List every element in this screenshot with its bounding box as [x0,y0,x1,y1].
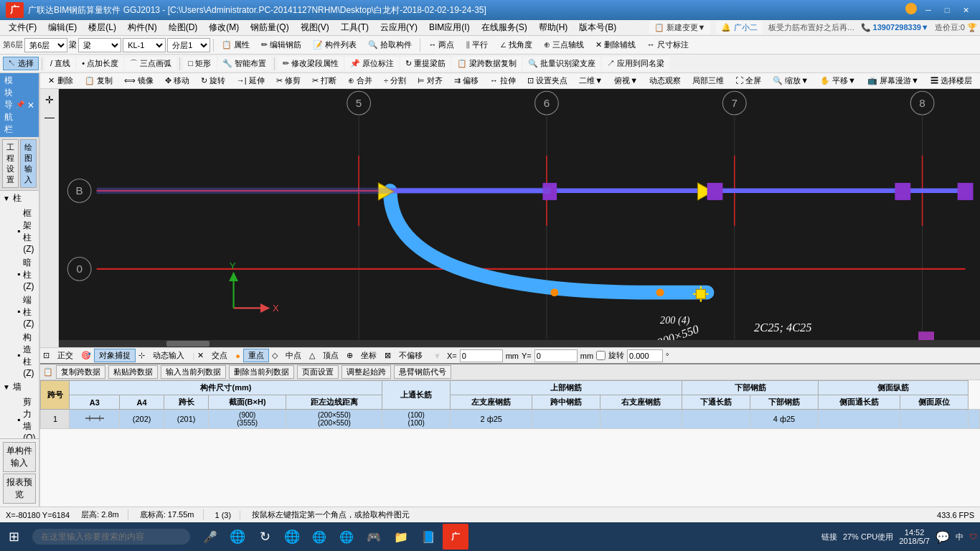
copy-span-data-btn[interactable]: 复制跨数据 [56,365,105,379]
arc-btn[interactable]: ⌒ 三点画弧 [125,57,176,70]
property-btn[interactable]: 📋 属性 [217,38,255,52]
taskbar-antivirus[interactable]: 🛡 [969,532,977,541]
delete-btn[interactable]: ✕ 删除 [43,74,77,88]
page-setup-btn[interactable]: 页面设置 [297,365,339,379]
code-select[interactable]: KL-1 [123,38,166,52]
parallel-btn[interactable]: ∥ 平行 [461,38,493,52]
pick-component-btn[interactable]: 🔍 拾取构件 [363,38,417,52]
close-button[interactable]: ✕ [957,3,974,17]
taskbar-search-input[interactable] [32,529,190,545]
restore-button[interactable]: □ [938,3,956,17]
type-select[interactable]: 梁 [78,38,121,52]
taskbar-voice-icon[interactable]: 🎤 [197,524,223,550]
menu-bim[interactable]: BIM应用(I) [423,20,476,35]
taskbar-folder-icon[interactable]: 📁 [388,524,414,550]
select-layer-btn[interactable]: ☰ 选择楼层 [925,74,977,88]
input-col-data-btn[interactable]: 输入当前列数据 [161,365,226,379]
menu-help[interactable]: 帮助(H) [533,20,574,35]
nav-item-constr-column[interactable]: ▪构造柱(Z) [0,330,39,380]
select-btn[interactable]: ↖ 选择 [3,57,39,70]
single-component-btn[interactable]: 单构件输入 [3,442,36,472]
taskbar-chrome-icon[interactable]: 🌐 [306,524,332,550]
zoom-btn[interactable]: 🔍 缩放▼ [768,74,814,88]
taskbar-notification-btn[interactable]: 💬 [936,530,950,544]
offset-btn[interactable]: ⇉ 偏移 [449,74,484,88]
nav-group-column[interactable]: ▼ 柱 [0,191,39,206]
local-3d-btn[interactable]: 局部三维 [687,74,729,88]
component-list-btn[interactable]: 📝 构件列表 [308,38,362,52]
x-input[interactable] [460,349,503,362]
fullscreen-btn[interactable]: ⛶ 全屏 [730,74,766,88]
snap-vertex[interactable]: 顶点 [318,349,344,362]
menu-draw[interactable]: 绘图(D) [163,20,204,35]
table-row[interactable]: 1 (202) (201) (90 [41,410,980,429]
snap-dynamic[interactable]: 动态输入 [148,349,189,362]
menu-online[interactable]: 在线服务(S) [476,20,533,35]
snap-endpoint[interactable]: 重点 [243,349,269,362]
nav-item-dark-column[interactable]: ▪暗柱(Z) [0,255,39,293]
adjust-start-span-btn[interactable]: 调整起始跨 [341,365,391,379]
draw-input-btn[interactable]: 绘图输入 [20,139,37,188]
dimension-btn[interactable]: ↔ 尺寸标注 [642,38,694,52]
menu-view[interactable]: 视图(V) [295,20,335,35]
edit-rebar-btn[interactable]: ✏ 编辑钢筋 [256,38,306,52]
taskbar-input-method[interactable]: 中 [956,532,963,542]
snap-object[interactable]: 对象捕捉 [94,349,136,362]
batch-id-btn[interactable]: 🔍 批量识别梁支座 [523,57,600,70]
line-btn[interactable]: / 直线 [45,57,75,70]
menu-file[interactable]: 文件(F) [3,20,42,35]
report-preview-btn[interactable]: 报表预览 [3,474,36,504]
menu-version[interactable]: 版本号(B) [573,20,622,35]
copy-btn[interactable]: 📋 复制 [80,74,118,88]
find-angle-btn[interactable]: ∠ 找角度 [495,38,537,52]
taskbar-browser2-icon[interactable]: 🌐 [279,524,305,550]
snap-coord[interactable]: 坐标 [356,349,382,362]
menu-tools[interactable]: 工具(T) [335,20,374,35]
taskbar-refresh-icon[interactable]: ↻ [252,524,278,550]
pan-btn[interactable]: ✋ 平移▼ [815,74,861,88]
snap-no-offset[interactable]: 不偏移 [394,349,428,362]
level-select[interactable]: 分层1 [167,38,210,52]
grip-btn[interactable]: ⊡ 设置夹点 [522,74,573,88]
taskbar-chrome2-icon[interactable]: 🌐 [334,524,359,550]
three-axis-btn[interactable]: ⊕ 三点轴线 [539,38,589,52]
copy-span-btn[interactable]: 📋 梁跨数据复制 [452,57,522,70]
traffic-green[interactable] [905,3,917,14]
taskbar-app-icon[interactable]: 📘 [415,524,441,550]
layer-select[interactable]: 第6层 [24,38,67,52]
trim-btn[interactable]: ✂ 修剪 [271,74,306,88]
snap-orthogonal[interactable]: 正交 [52,349,78,362]
delete-aux-btn[interactable]: ✕ 删除辅线 [590,38,641,52]
rotate-checkbox[interactable] [596,351,606,360]
taskbar-link[interactable]: 链接 [821,532,837,542]
drawing-canvas-area[interactable]: 5 6 7 8 B [59,89,980,347]
extend-btn[interactable]: →| 延伸 [232,74,270,88]
stretch-btn[interactable]: ↔ 拉伸 [485,74,521,88]
rotate-input[interactable] [627,349,663,362]
snap-intersect[interactable]: 交点 [207,349,232,362]
minimize-button[interactable]: ─ [920,3,937,17]
rotate-btn[interactable]: ↻ 旋转 [196,74,230,88]
snap-midpoint[interactable]: 中点 [281,349,306,362]
mirror-btn[interactable]: ⟺ 镜像 [119,74,159,88]
guang-small-two[interactable]: 🔔 广小二 [716,21,762,34]
menu-component[interactable]: 构件(N) [122,20,163,35]
menu-edit[interactable]: 编辑(E) [42,20,83,35]
modify-segment-btn[interactable]: ✏ 修改梁段属性 [278,57,344,70]
nav-group-wall[interactable]: ▼ 墙 [0,380,39,395]
side-tool-minus[interactable]: — [42,109,57,125]
taskbar-game-icon[interactable]: 🎮 [361,524,387,550]
smart-layout-btn[interactable]: 🔧 智能布置 [217,57,271,70]
menu-floor[interactable]: 楼层(L) [83,20,122,35]
delete-col-data-btn[interactable]: 删除当前列数据 [229,365,294,379]
nav-item-end-column[interactable]: ▪端柱(Z) [0,293,39,330]
menu-modify[interactable]: 修改(M) [203,20,245,35]
menu-rebar-qty[interactable]: 钢筋量(Q) [245,20,294,35]
project-settings-btn[interactable]: 工程设置 [2,139,19,188]
nav-item-frame-column[interactable]: ▪框架柱(Z) [0,206,39,255]
y-input[interactable] [534,349,578,362]
cantilever-code-btn[interactable]: 悬臂钢筋代号 [394,365,451,379]
apply-same-name-btn[interactable]: ↗ 应用到同名梁 [602,57,669,70]
start-button[interactable]: ⊞ [3,526,25,547]
re-extract-btn[interactable]: ↻ 重提梁筋 [400,57,451,70]
